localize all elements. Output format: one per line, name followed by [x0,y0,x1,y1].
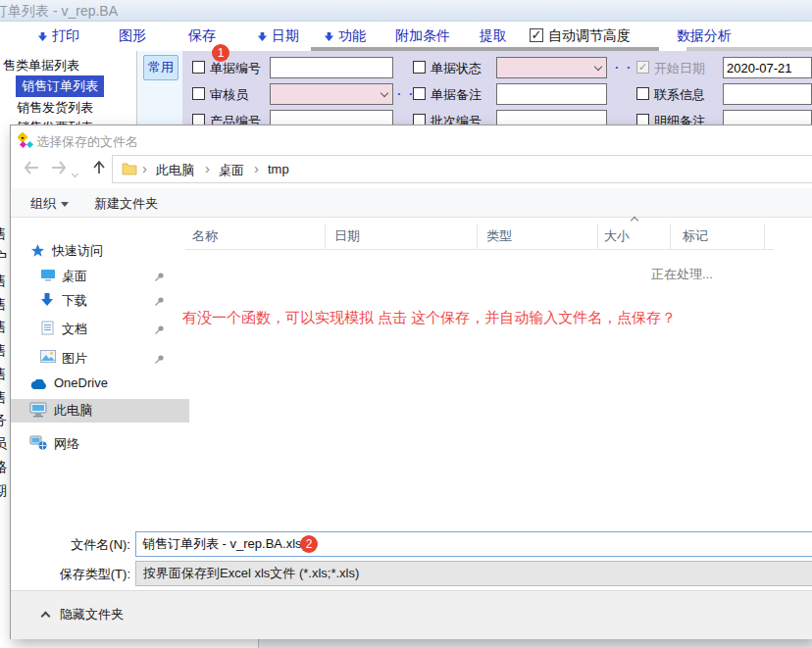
sidebar-quick-access[interactable]: 快速访问 [11,239,189,263]
auditor-combo[interactable] [270,83,393,105]
back-icon[interactable] [23,160,40,178]
clipped-char: 售 [0,342,7,360]
extract-button[interactable]: 提取 [480,27,507,45]
column-header-tags[interactable]: 标记 [683,227,708,245]
sidebar-this-pc[interactable]: 此电脑 [11,399,189,423]
filename-input[interactable] [135,531,812,557]
breadcrumb-this-pc[interactable]: 此电脑 [156,162,194,179]
functions-button[interactable]: 功能 [338,27,366,45]
print-dropdown-icon[interactable] [37,30,48,45]
doc-no-checkbox[interactable] [192,61,205,74]
dialog-app-icon [18,132,34,152]
pin-icon [154,271,165,285]
save-button[interactable]: 保存 [188,27,216,45]
tab-common[interactable]: 常用 [143,55,178,80]
clipped-char: 员 [0,435,7,453]
up-icon[interactable] [91,160,107,178]
doc-note-checkbox[interactable] [413,87,426,100]
clipped-char: 售 [0,319,7,336]
column-header-name[interactable]: 名称 [192,227,218,245]
save-file-dialog: 选择保存的文件名 › 此电脑 › 桌面 › tmp 组织 新建文件夹 名称 日期… [10,125,812,639]
dialog-footer: 隐藏文件夹 [11,590,812,639]
document-icon [41,321,54,338]
divider[interactable] [325,224,326,249]
clipped-char: 售 [0,389,7,407]
pictures-icon [40,350,56,366]
auto-height-label: 自动调节高度 [548,27,631,45]
clipped-char: 售 [0,273,7,290]
desktop-icon [40,268,56,285]
network-icon [29,435,47,453]
recent-locations-icon[interactable] [73,165,77,179]
tab-panel: 常用 [137,51,182,125]
clipped-char: 务 [0,412,7,429]
sidebar-downloads[interactable]: 下载 [11,289,189,313]
auto-height-checkbox[interactable]: ✓ [530,28,543,42]
doc-note-input[interactable] [496,83,607,105]
doc-no-label: 单据编号 [210,60,261,77]
breadcrumb-separator: › [254,160,259,176]
range-dots[interactable]: · · [615,60,633,75]
sidebar-documents[interactable]: 文档 [11,318,189,341]
breadcrumb-tmp[interactable]: tmp [268,162,289,176]
forward-icon[interactable] [50,160,68,178]
date-dropdown-icon[interactable] [257,30,268,45]
doc-status-checkbox[interactable] [413,61,426,74]
clipped-char: 户 [0,249,7,267]
address-bar[interactable]: › 此电脑 › 桌面 › tmp [112,155,812,183]
onedrive-cloud-icon [30,378,48,393]
pin-icon [154,324,165,338]
folder-icon [122,162,137,178]
pin-icon [154,295,165,310]
sidebar-network[interactable]: 网络 [11,432,189,456]
print-button[interactable]: 打印 [52,27,79,45]
divider[interactable] [477,224,478,249]
auditor-label: 审核员 [210,86,248,104]
organize-button[interactable]: 组织 [30,195,69,213]
sidebar-desktop[interactable]: 桌面 [11,265,189,288]
annotation-note: 有没一个函数，可以实现模拟 点击 这个保存，并自动输入文件名，点保存？ [182,309,676,327]
sidebar-onedrive[interactable]: OneDrive [11,373,189,396]
clipped-char: 售 [0,366,7,383]
column-header-date[interactable]: 日期 [334,227,360,245]
savetype-label: 保存类型(T): [11,566,130,583]
sidebar-item-doc-lists[interactable]: 售类单据列表 [3,57,79,75]
new-folder-button[interactable]: 新建文件夹 [94,195,158,213]
savetype-dropdown[interactable]: 按界面保存到Excel xls文件 (*.xls;*.xls) [135,561,812,586]
hide-folders-button[interactable]: 隐藏文件夹 [60,606,124,623]
dialog-title: 选择保存的文件名 [36,133,138,151]
sidebar-item-sales-shipments[interactable]: 销售发货列表 [17,99,93,117]
contact-checkbox[interactable] [636,87,649,100]
filter-form: 常用 单据编号 单据状态 · · ✓ 开始日期 审核员 · · 单据备注 联系信… [137,51,812,125]
breadcrumb-separator: › [205,160,210,176]
start-date-input[interactable] [723,57,812,78]
auditor-checkbox[interactable] [192,87,205,100]
graph-button[interactable]: 图形 [119,27,146,45]
app-title: 订单列表 - v_rep.BA [0,0,118,22]
doc-note-label: 单据备注 [431,86,482,104]
start-date-checkbox[interactable]: ✓ [636,61,649,74]
dialog-toolbar: 组织 新建文件夹 [11,188,812,218]
filename-label: 文件名(N): [11,536,130,554]
contact-input[interactable] [723,83,812,105]
divider [185,249,774,250]
column-header-type[interactable]: 类型 [486,227,512,245]
column-header-size[interactable]: 大小 [604,227,630,245]
conditions-button[interactable]: 附加条件 [395,27,450,45]
date-button[interactable]: 日期 [272,27,299,45]
clipped-char: 售 [0,296,7,314]
divider[interactable] [764,224,765,249]
divider[interactable] [597,224,598,249]
divider[interactable] [670,224,671,249]
chevron-up-icon[interactable] [41,612,51,622]
functions-dropdown-icon[interactable] [324,30,334,45]
processing-status: 正在处理... [651,266,713,283]
doc-no-input[interactable] [270,57,393,78]
sidebar-pictures[interactable]: 图片 [11,347,189,371]
doc-status-combo[interactable] [496,57,607,78]
breadcrumb-desktop[interactable]: 桌面 [219,162,244,179]
contact-label: 联系信息 [654,86,705,104]
star-icon [30,243,45,261]
analysis-button[interactable]: 数据分析 [677,27,732,45]
sidebar-item-sales-orders[interactable]: 销售订单列表 [16,75,104,97]
